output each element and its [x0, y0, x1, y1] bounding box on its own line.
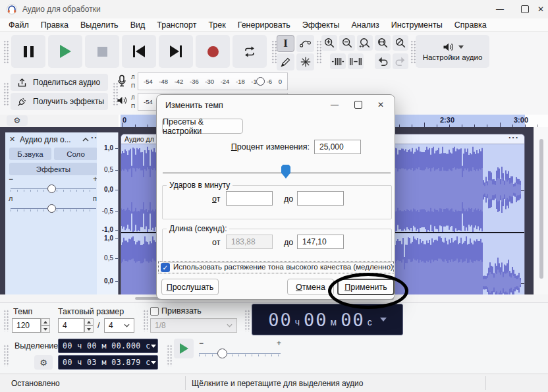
- audio-setup-button[interactable]: Настройки аудио: [416, 35, 489, 68]
- stop-button[interactable]: [85, 35, 119, 68]
- menu-tools[interactable]: Инструменты: [385, 20, 449, 30]
- trim-audio-button[interactable]: [330, 53, 346, 69]
- percent-change-input[interactable]: 25,000: [314, 140, 361, 154]
- audio-setup-grip[interactable]: [410, 40, 416, 63]
- mute-button[interactable]: Б.звука: [9, 148, 51, 160]
- tempo-grip[interactable]: [3, 309, 9, 331]
- zoom-out-button[interactable]: [339, 35, 355, 51]
- record-button[interactable]: [196, 35, 230, 68]
- vertical-scrollbar-thumb[interactable]: [539, 139, 543, 279]
- tempo-input[interactable]: 120: [12, 318, 41, 333]
- snap-combo[interactable]: 1/8: [150, 318, 237, 333]
- selection-options-button[interactable]: ⚙: [34, 355, 53, 370]
- vertical-scale-ruler[interactable]: 1,0 0,5 0,0 -0,5 -1,0 1,0 0,5 0,0: [97, 132, 119, 294]
- speed-slider[interactable]: [217, 349, 227, 358]
- play-button[interactable]: [48, 35, 82, 68]
- chevron-down-icon[interactable]: [380, 318, 387, 322]
- zoom-fit-button[interactable]: [375, 35, 391, 51]
- play-meter-right-label: П: [131, 103, 135, 109]
- length-to-input[interactable]: 147,10: [297, 235, 344, 249]
- dialog-maximize-button[interactable]: [348, 95, 368, 115]
- menu-generate[interactable]: Генерировать: [232, 20, 296, 30]
- tools-grip[interactable]: [271, 40, 277, 63]
- get-effects-button[interactable]: Получить эффекты: [11, 93, 108, 110]
- audio-setup-label: Настройки аудио: [423, 53, 483, 61]
- multi-tool-button[interactable]: [296, 53, 314, 70]
- envelope-tool-button[interactable]: [296, 35, 314, 52]
- trim-icon: [331, 57, 344, 67]
- beat-unit-combo[interactable]: 4: [104, 318, 134, 333]
- selection-start-field[interactable]: 00 ч 00 м 00.000 с: [58, 339, 158, 353]
- audio-position-display[interactable]: 00ч 00м 00с: [252, 304, 403, 335]
- track-close-icon[interactable]: ✕: [9, 135, 15, 144]
- cancel-button[interactable]: Отмена: [287, 279, 334, 295]
- menu-select[interactable]: Выделить: [74, 20, 124, 30]
- menu-effects[interactable]: Эффекты: [296, 20, 346, 30]
- dialog-close-button[interactable]: ✕: [371, 95, 391, 115]
- zoom-selection-button[interactable]: [357, 35, 373, 51]
- effects-button[interactable]: Эффекты: [9, 163, 97, 175]
- dialog-minimize-button[interactable]: —: [325, 95, 344, 115]
- play-at-speed-button[interactable]: [174, 339, 194, 358]
- menu-help[interactable]: Справка: [449, 20, 493, 30]
- track-name[interactable]: Аудио для о...: [20, 135, 80, 144]
- menu-edit[interactable]: Правка: [35, 20, 74, 30]
- bpm-from-input[interactable]: [226, 191, 273, 206]
- beats-spinner[interactable]: [84, 318, 94, 333]
- undo-button[interactable]: [375, 53, 391, 69]
- timesig-slash: /: [97, 321, 99, 330]
- loop-button[interactable]: [233, 35, 267, 68]
- preview-button[interactable]: Прослушать: [161, 279, 219, 295]
- timeline-options-button[interactable]: ⚙: [7, 115, 28, 126]
- menu-tracks[interactable]: Трек: [202, 20, 231, 30]
- edit-grip[interactable]: [315, 40, 321, 63]
- play-speed-grip[interactable]: [166, 344, 172, 366]
- zoom-in-button[interactable]: [321, 35, 337, 51]
- zoom-toggle-button[interactable]: [393, 35, 408, 51]
- clip-menu-icon[interactable]: ···: [508, 134, 519, 142]
- snap-checkbox[interactable]: [150, 307, 159, 316]
- gain-slider[interactable]: [47, 184, 56, 193]
- play-icon: [180, 343, 188, 354]
- time-grip[interactable]: [244, 309, 250, 331]
- snap-grip[interactable]: [142, 309, 148, 331]
- share-grip[interactable]: [3, 82, 9, 105]
- menu-file[interactable]: Файл: [3, 20, 35, 30]
- selection-end-field[interactable]: 00 ч 03 м 03.879 с: [58, 355, 158, 370]
- skip-end-triangle: [170, 45, 179, 57]
- meter-tick-label: -24: [221, 78, 230, 85]
- presets-settings-button[interactable]: Пресеты & настройки: [162, 119, 243, 134]
- high-quality-stretch-checkbox[interactable]: ✓: [161, 263, 170, 272]
- record-volume-slider[interactable]: [256, 77, 265, 86]
- menu-transport[interactable]: Транспорт: [151, 20, 202, 30]
- vertical-scrollbar[interactable]: [534, 127, 548, 294]
- skip-to-start-button[interactable]: [122, 35, 156, 68]
- menu-bar: Файл Правка Выделить Вид Транспорт Трек …: [0, 18, 548, 32]
- redo-button[interactable]: [393, 53, 408, 69]
- minutes-value: 00: [304, 310, 328, 330]
- tempo-slider-track[interactable]: [163, 172, 391, 174]
- record-meter[interactable]: -54 -48 -42 -36 -30 -24 -18 -12 -6 0: [138, 72, 288, 90]
- menu-view[interactable]: Вид: [124, 20, 151, 30]
- pan-slider[interactable]: [47, 204, 56, 213]
- high-quality-stretch-row[interactable]: ✓ Использовать растяжение тона высокого …: [158, 261, 394, 273]
- share-audio-button[interactable]: Поделиться аудио: [11, 74, 108, 91]
- menu-analyze[interactable]: Анализ: [346, 20, 385, 30]
- skip-to-end-button[interactable]: [159, 35, 193, 68]
- close-button[interactable]: ✕: [534, 0, 548, 18]
- selection-grip[interactable]: [3, 344, 9, 366]
- silence-audio-button[interactable]: [348, 53, 364, 69]
- draw-tool-button[interactable]: [277, 53, 294, 70]
- tempo-slider-thumb[interactable]: [281, 165, 290, 179]
- solo-button[interactable]: Соло: [54, 148, 97, 160]
- beats-input[interactable]: 4: [58, 318, 84, 333]
- pause-button[interactable]: [11, 35, 45, 68]
- minimize-button[interactable]: —: [487, 0, 512, 18]
- collapse-icon[interactable]: [82, 138, 89, 142]
- bpm-to-input[interactable]: [297, 191, 344, 206]
- apply-button[interactable]: Применить: [337, 279, 395, 295]
- zoom-toggle-icon: [395, 37, 406, 49]
- selection-tool-button[interactable]: I: [277, 35, 294, 52]
- tempo-spinner[interactable]: [41, 318, 50, 333]
- transport-grip[interactable]: [3, 40, 9, 63]
